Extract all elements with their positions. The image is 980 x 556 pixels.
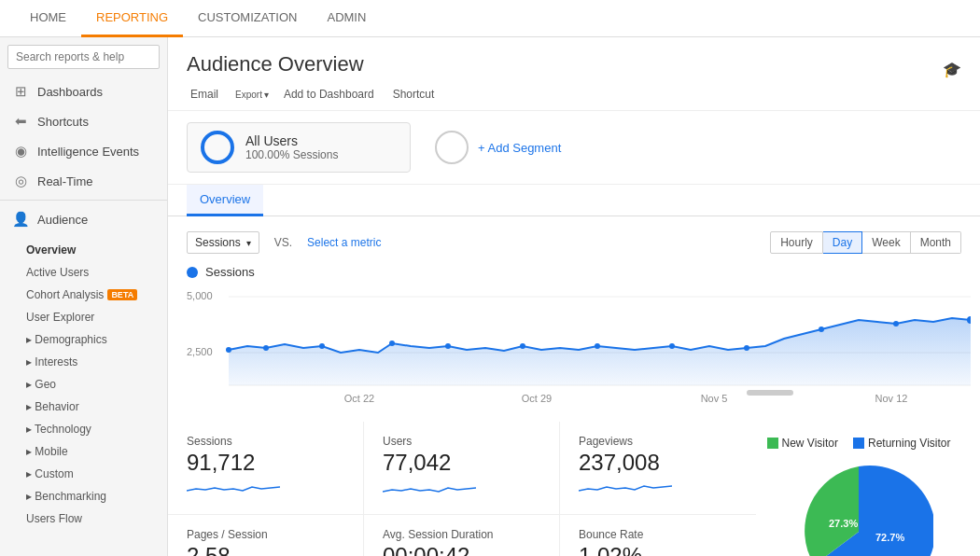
search-input[interactable]: [7, 45, 160, 69]
new-visitor-dot: [767, 438, 778, 449]
sidebar-item-cohort-analysis[interactable]: Cohort Analysis BETA: [15, 284, 167, 306]
segment-bar: All Users 100.00% Sessions + Add Segment: [168, 111, 980, 185]
sidebar-item-interests[interactable]: ▸ Interests: [15, 351, 167, 373]
sidebar-item-intelligence[interactable]: ◉ Intelligence Events: [0, 136, 167, 166]
svg-text:5,000: 5,000: [187, 290, 213, 301]
audience-icon: 👤: [11, 211, 30, 228]
svg-point-8: [319, 343, 325, 349]
sidebar-item-realtime[interactable]: ◎ Real-Time: [0, 166, 167, 196]
svg-point-6: [226, 347, 231, 353]
segment-sub: 100.00% Sessions: [245, 148, 338, 161]
svg-text:Nov 5: Nov 5: [701, 393, 728, 404]
tab-overview[interactable]: Overview: [187, 185, 263, 216]
sidebar-item-user-explorer[interactable]: User Explorer: [15, 306, 167, 328]
export-dropdown[interactable]: Export ▾: [233, 90, 269, 100]
returning-pct-label: 72.7%: [875, 532, 904, 543]
svg-point-10: [445, 343, 451, 349]
segment-info: All Users 100.00% Sessions: [245, 133, 338, 161]
bottom-section: Sessions 91,712 Users 77,042: [168, 422, 980, 556]
svg-point-13: [669, 343, 675, 349]
sidebar-item-dashboards[interactable]: ⊞ Dashboards: [0, 76, 167, 106]
sidebar-sub-section: Overview Active Users Cohort Analysis BE…: [0, 234, 167, 535]
nav-admin[interactable]: ADMIN: [312, 0, 381, 37]
segment-circle: [201, 131, 234, 164]
stat-sessions-value: 91,712: [187, 450, 344, 476]
main-content: Audience Overview 🎓 Email Export ▾ Add t…: [168, 37, 980, 556]
sidebar-item-behavior[interactable]: ▸ Behavior: [15, 396, 167, 418]
all-users-segment[interactable]: All Users 100.00% Sessions: [187, 122, 411, 173]
svg-text:Nov 12: Nov 12: [875, 393, 908, 404]
tab-bar: Overview: [168, 185, 980, 216]
add-segment-button[interactable]: + Add Segment: [422, 123, 574, 172]
beta-badge: BETA: [107, 289, 137, 300]
pie-chart: 72.7% 27.3%: [784, 457, 933, 556]
nav-customization[interactable]: CUSTOMIZATION: [183, 0, 312, 37]
pageviews-sparkline: [579, 480, 672, 498]
stat-users: Users 77,042: [364, 422, 560, 515]
metric-dropdown[interactable]: Sessions ▾: [187, 231, 259, 254]
metric-arrow-icon: ▾: [246, 238, 251, 248]
time-btn-hourly[interactable]: Hourly: [770, 231, 823, 254]
sidebar-item-users-flow[interactable]: Users Flow: [15, 507, 167, 530]
svg-text:Oct 22: Oct 22: [344, 393, 374, 404]
sessions-legend-dot: [187, 267, 198, 278]
vs-label: VS.: [274, 236, 292, 249]
email-button[interactable]: Email: [187, 86, 222, 103]
nav-home[interactable]: HOME: [15, 0, 81, 37]
sidebar-item-mobile[interactable]: ▸ Mobile: [15, 440, 167, 463]
sidebar-item-active-users[interactable]: Active Users: [15, 261, 167, 284]
main-layout: ⊞ Dashboards ⬅ Shortcuts ◉ Intelligence …: [0, 37, 980, 556]
add-dashboard-button[interactable]: Add to Dashboard: [280, 86, 378, 103]
sidebar-item-custom[interactable]: ▸ Custom: [15, 463, 167, 485]
returning-visitor-legend: Returning Visitor: [853, 437, 951, 450]
stat-bounce-rate: Bounce Rate 1.02%: [560, 515, 756, 556]
nav-reporting[interactable]: REPORTING: [81, 0, 183, 37]
time-btn-week[interactable]: Week: [862, 231, 910, 254]
returning-visitor-dot: [853, 438, 864, 449]
sessions-legend: Sessions: [187, 265, 961, 279]
stat-avg-duration-label: Avg. Session Duration: [383, 528, 540, 541]
main-header: Audience Overview 🎓 Email Export ▾ Add t…: [168, 37, 980, 111]
stat-sessions-label: Sessions: [187, 435, 344, 448]
svg-rect-22: [747, 390, 793, 396]
sidebar-item-benchmarking[interactable]: ▸ Benchmarking: [15, 485, 167, 507]
cap-icon[interactable]: 🎓: [943, 61, 961, 78]
stats-grid: Sessions 91,712 Users 77,042: [168, 422, 756, 556]
stat-bounce-rate-value: 1.02%: [579, 543, 737, 556]
stat-users-value: 77,042: [383, 450, 540, 476]
add-segment-circle: [435, 131, 469, 164]
sidebar-divider: [0, 200, 167, 201]
sidebar-item-demographics[interactable]: ▸ Demographics: [15, 328, 167, 351]
chart-controls: Sessions ▾ VS. Select a metric Hourly Da…: [187, 231, 961, 254]
svg-point-12: [595, 343, 600, 349]
realtime-icon: ◎: [11, 173, 30, 189]
pie-legend: New Visitor Returning Visitor: [767, 437, 951, 450]
svg-point-14: [744, 345, 749, 351]
select-metric-link[interactable]: Select a metric: [307, 236, 381, 249]
sidebar-item-audience[interactable]: 👤 Audience: [0, 204, 167, 234]
page-title: Audience Overview: [187, 52, 364, 76]
svg-point-7: [263, 345, 269, 351]
time-btn-month[interactable]: Month: [911, 231, 961, 254]
sidebar-item-technology[interactable]: ▸ Technology: [15, 418, 167, 440]
top-navigation: HOME REPORTING CUSTOMIZATION ADMIN: [0, 0, 980, 37]
stat-users-label: Users: [383, 435, 540, 448]
intelligence-icon: ◉: [11, 143, 30, 160]
stat-avg-duration: Avg. Session Duration 00:00:42: [364, 515, 560, 556]
svg-text:Oct 29: Oct 29: [522, 393, 552, 404]
svg-point-11: [520, 343, 525, 349]
returning-visitor-label: Returning Visitor: [868, 437, 951, 450]
stat-pageviews: Pageviews 237,008: [560, 422, 756, 515]
svg-point-15: [819, 327, 824, 332]
sidebar-item-overview[interactable]: Overview: [15, 239, 167, 261]
stat-pageviews-value: 237,008: [579, 450, 737, 476]
stat-pageviews-label: Pageviews: [579, 435, 737, 448]
time-btn-day[interactable]: Day: [823, 231, 862, 254]
sidebar-item-geo[interactable]: ▸ Geo: [15, 373, 167, 396]
sidebar-item-shortcuts[interactable]: ⬅ Shortcuts: [0, 106, 167, 136]
stat-bounce-rate-label: Bounce Rate: [579, 528, 737, 541]
svg-point-16: [893, 321, 899, 327]
shortcut-button[interactable]: Shortcut: [389, 86, 439, 103]
new-visitor-label: New Visitor: [782, 437, 838, 450]
chart-area: Sessions ▾ VS. Select a metric Hourly Da…: [168, 216, 980, 422]
